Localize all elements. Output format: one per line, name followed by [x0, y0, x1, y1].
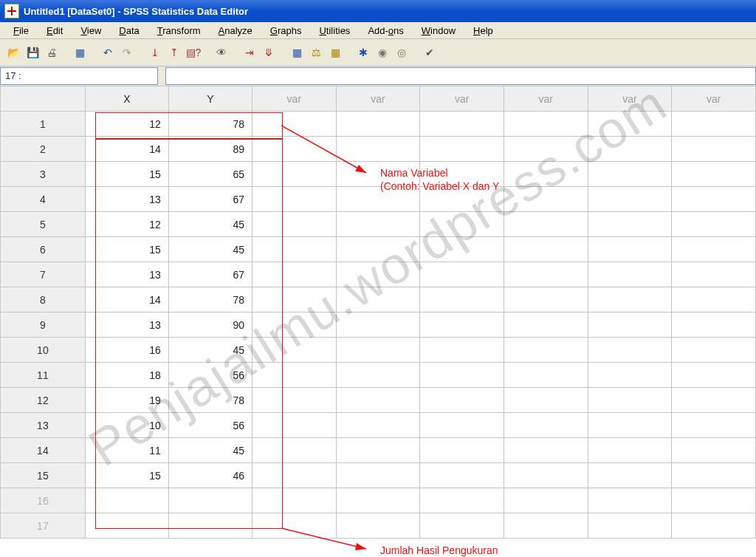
empty-cell[interactable] — [588, 438, 672, 463]
menu-edit[interactable]: Edit — [38, 24, 72, 38]
empty-cell[interactable] — [420, 463, 504, 488]
value-labels-icon[interactable]: ✱ — [354, 44, 372, 61]
empty-cell[interactable] — [672, 513, 756, 539]
row-header[interactable]: 12 — [1, 388, 86, 413]
empty-cell[interactable] — [420, 312, 504, 338]
empty-cell[interactable] — [252, 187, 337, 212]
empty-cell[interactable] — [336, 513, 420, 539]
row-header[interactable]: 3 — [1, 162, 86, 187]
data-cell[interactable]: 13 — [85, 187, 168, 212]
empty-cell[interactable] — [672, 363, 756, 388]
empty-cell[interactable] — [420, 212, 504, 237]
print-icon[interactable]: 🖨 — [43, 44, 61, 61]
data-cell[interactable]: 78 — [168, 112, 252, 137]
empty-cell[interactable] — [420, 488, 504, 513]
dialog-recall-icon[interactable]: ▦ — [71, 44, 89, 61]
menu-view[interactable]: View — [72, 24, 110, 38]
data-cell[interactable]: 14 — [85, 287, 168, 312]
empty-cell[interactable] — [672, 237, 756, 262]
empty-cell[interactable] — [588, 237, 672, 262]
data-cell[interactable]: 18 — [85, 363, 168, 388]
row-header[interactable]: 13 — [1, 413, 86, 438]
empty-cell[interactable] — [420, 137, 504, 162]
empty-cell[interactable] — [588, 388, 672, 413]
empty-cell[interactable] — [420, 112, 504, 137]
data-cell[interactable]: 90 — [168, 312, 252, 338]
empty-cell[interactable] — [420, 363, 504, 388]
empty-cell[interactable] — [588, 488, 672, 513]
column-header-var[interactable]: var — [588, 86, 672, 112]
empty-cell[interactable] — [420, 388, 504, 413]
column-header-var[interactable]: var — [252, 86, 337, 112]
select-cases-icon[interactable]: ▦ — [326, 44, 344, 61]
empty-cell[interactable] — [588, 338, 672, 363]
data-cell[interactable]: 65 — [168, 162, 252, 187]
empty-cell[interactable] — [252, 363, 337, 388]
data-cell[interactable]: 45 — [168, 212, 252, 237]
show-all-icon[interactable]: ◎ — [393, 44, 410, 61]
row-header[interactable]: 7 — [1, 262, 86, 287]
empty-cell[interactable] — [588, 312, 672, 338]
row-header-ghost[interactable]: 17 — [1, 513, 86, 539]
empty-cell[interactable] — [336, 262, 420, 287]
empty-cell[interactable] — [336, 488, 420, 513]
empty-cell[interactable] — [504, 187, 588, 212]
empty-cell[interactable] — [252, 388, 337, 413]
empty-cell[interactable] — [672, 312, 756, 338]
empty-cell[interactable] — [420, 287, 504, 312]
row-header[interactable]: 9 — [1, 312, 86, 338]
empty-cell[interactable] — [252, 488, 337, 513]
empty-cell[interactable] — [252, 513, 337, 539]
empty-cell[interactable] — [504, 212, 588, 237]
empty-cell[interactable] — [252, 312, 337, 338]
empty-cell[interactable] — [672, 438, 756, 463]
empty-cell[interactable] — [336, 137, 420, 162]
empty-cell[interactable] — [336, 363, 420, 388]
empty-cell[interactable] — [336, 413, 420, 438]
save-icon[interactable]: 💾 — [24, 44, 41, 61]
empty-cell[interactable] — [672, 262, 756, 287]
empty-cell[interactable] — [336, 187, 420, 212]
data-cell[interactable]: 10 — [85, 413, 168, 438]
split-file-icon[interactable]: ▦ — [288, 44, 306, 61]
empty-cell[interactable] — [588, 137, 672, 162]
use-sets-icon[interactable]: ◉ — [374, 44, 391, 61]
row-header[interactable]: 10 — [1, 338, 86, 363]
menu-window[interactable]: Window — [413, 24, 464, 38]
row-header[interactable]: 2 — [1, 137, 86, 162]
data-cell[interactable]: 78 — [168, 388, 252, 413]
menu-utilities[interactable]: Utilities — [310, 24, 359, 38]
empty-cell[interactable] — [168, 488, 252, 513]
empty-cell[interactable] — [252, 162, 337, 187]
empty-cell[interactable] — [420, 413, 504, 438]
menu-addons[interactable]: Add-ons — [359, 24, 412, 38]
data-cell[interactable]: 13 — [85, 262, 168, 287]
data-cell[interactable]: 56 — [168, 363, 252, 388]
menu-file[interactable]: File — [4, 24, 38, 38]
empty-cell[interactable] — [588, 413, 672, 438]
data-cell[interactable]: 45 — [168, 338, 252, 363]
empty-cell[interactable] — [252, 212, 337, 237]
empty-cell[interactable] — [336, 112, 420, 137]
empty-cell[interactable] — [420, 237, 504, 262]
empty-cell[interactable] — [252, 287, 337, 312]
empty-cell[interactable] — [504, 287, 588, 312]
row-header[interactable]: 8 — [1, 287, 86, 312]
column-header-x[interactable]: X — [85, 86, 168, 112]
empty-cell[interactable] — [504, 438, 588, 463]
row-header[interactable]: 15 — [1, 463, 86, 488]
empty-cell[interactable] — [588, 212, 672, 237]
data-cell[interactable]: 67 — [168, 187, 252, 212]
variables-icon[interactable]: ▤? — [185, 44, 202, 61]
empty-cell[interactable] — [588, 262, 672, 287]
empty-cell[interactable] — [252, 413, 337, 438]
menu-data[interactable]: Data — [110, 24, 148, 38]
column-header-var[interactable]: var — [420, 86, 504, 112]
column-header-var[interactable]: var — [336, 86, 420, 112]
redo-icon[interactable]: ↷ — [118, 44, 136, 61]
data-cell[interactable]: 56 — [168, 413, 252, 438]
menu-analyze[interactable]: Analyze — [210, 24, 261, 38]
empty-cell[interactable] — [336, 463, 420, 488]
empty-cell[interactable] — [168, 513, 252, 539]
row-header[interactable]: 1 — [1, 112, 86, 137]
